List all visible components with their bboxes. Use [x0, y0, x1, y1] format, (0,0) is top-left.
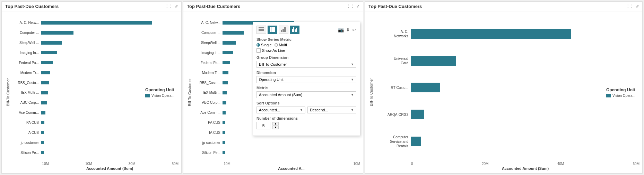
radio-single-label: Single [261, 43, 272, 47]
popup-btn-list[interactable] [268, 26, 277, 34]
sort-select-1[interactable]: Accounted... ▼ [256, 107, 305, 113]
show-as-line-checkbox[interactable]: Show As Line [256, 48, 356, 53]
sort-value-2: Descend... [310, 108, 328, 112]
bar-track-lg [411, 28, 639, 39]
popup-toolbar-left [256, 26, 299, 34]
group-dimension-section: Group Dimension Bill-To Customer ▼ [256, 55, 356, 68]
svg-rect-8 [284, 27, 286, 32]
bar-fill [223, 101, 226, 104]
download-icon[interactable]: ⬇ [346, 27, 350, 33]
expand-icon-3[interactable]: ⤢ [636, 4, 639, 9]
bar-fill [41, 81, 49, 84]
expand-icon-2[interactable]: ⤢ [356, 4, 359, 9]
bar-fill-lg [411, 83, 440, 92]
dimension-select[interactable]: Operating Unit ▼ [256, 76, 356, 83]
bar-row: Silicon Pe... [193, 150, 360, 155]
dots-icon-2[interactable]: ⋮⋮ [347, 4, 354, 9]
panel-3-icons: ⋮⋮ ⤢ [626, 4, 639, 9]
bar-row-lg: Computer Service and Rentals [375, 133, 639, 150]
expand-icon[interactable]: ⤢ [175, 4, 178, 9]
bar-fill [41, 111, 45, 114]
bar-label: Federal Pa... [11, 61, 41, 65]
show-series-label: Show Series Metric [256, 37, 356, 42]
bar-row: Computer ... [11, 30, 179, 36]
popup-btn-table[interactable] [256, 26, 266, 34]
bar-fill [223, 61, 230, 64]
legend-label-p3-0: Vision Opera... [612, 94, 635, 98]
radio-single[interactable]: Single [256, 43, 272, 47]
panel-2-x-axis-label: Accounted A... [193, 166, 360, 171]
dots-icon-3[interactable]: ⋮⋮ [626, 4, 634, 9]
bar-fill [223, 71, 228, 74]
bar-label: Ace Comm... [193, 111, 223, 114]
bar-label: RBS_Custo... [193, 81, 223, 85]
bar-fill [223, 41, 236, 45]
svg-rect-9 [292, 29, 293, 32]
stepper-down-btn[interactable]: ▼ [272, 126, 279, 129]
x-tick-2: 30M [129, 162, 135, 166]
bar-label: IEX Multi ... [11, 91, 41, 94]
svg-rect-3 [270, 27, 271, 32]
camera-icon[interactable]: 📷 [338, 27, 344, 33]
bar-track-lg [411, 82, 639, 93]
panel-1-legend-title: Operating Unit [145, 88, 174, 92]
bar-label: Imaging In... [11, 51, 41, 55]
panel-1-icons: ⋮⋮ ⤢ [165, 4, 178, 9]
bar-track [41, 50, 179, 55]
popup-btn-bar[interactable] [279, 26, 288, 34]
panel-3-title: Top Past-Due Customers [368, 4, 422, 9]
bar-label: Modern Tr... [11, 71, 41, 75]
panel-3-header: Top Past-Due Customers ⋮⋮ ⤢ [365, 2, 642, 11]
show-series-section: Show Series Metric Single Multi Show As … [256, 37, 356, 53]
bar-track [223, 150, 360, 155]
popup-btn-grouped[interactable] [290, 26, 299, 34]
x-tick-p3-2: 40M [557, 162, 564, 166]
bar-track [41, 150, 179, 155]
panel-1-legend: Operating Unit Vision Opera... [145, 88, 174, 98]
sort-select-2[interactable]: Descend... ▼ [307, 107, 356, 113]
bar-row-lg: Universal Card [375, 52, 639, 70]
dots-icon[interactable]: ⋮⋮ [165, 4, 173, 9]
sort-arrow-2: ▼ [351, 108, 354, 112]
panel-1-title: Top Past-Due Customers [5, 4, 59, 9]
bar-label-lg: Computer Service and Rentals [375, 135, 411, 148]
bar-fill [41, 91, 48, 94]
bar-fill [223, 81, 228, 84]
bar-fill-lg [411, 110, 424, 119]
svg-rect-6 [281, 30, 282, 32]
legend-label-0: Vision Opera... [151, 94, 174, 98]
bar-row: Modern Tr... [11, 70, 179, 75]
metric-select[interactable]: Accounted Amount (Sum) ▼ [256, 91, 356, 98]
bar-fill [41, 71, 50, 74]
x-tick-1: 10M [85, 162, 92, 166]
sort-arrow-1: ▼ [300, 108, 303, 112]
stepper-up-btn[interactable]: ▲ [272, 122, 279, 126]
panel-1-y-axis-label: Bill-To Customer [5, 14, 11, 171]
bar-label: Computer ... [193, 31, 223, 35]
panel-3-legend-item-0: Vision Opera... [606, 94, 635, 98]
group-dimension-select[interactable]: Bill-To Customer ▼ [256, 61, 356, 68]
bar-label: Silicon Pe... [193, 151, 223, 155]
radio-multi[interactable]: Multi [275, 43, 287, 47]
bar-label-lg: A. C. Networks [375, 29, 411, 38]
show-as-line-label: Show As Line [262, 48, 285, 53]
num-dimensions-label: Number of dimensions [256, 116, 356, 120]
panel-1-header: Top Past-Due Customers ⋮⋮ ⤢ [2, 2, 181, 11]
bar-row: ABC Corp... [11, 100, 179, 105]
num-dimensions-section: Number of dimensions 5 ▲ ▼ [256, 116, 356, 129]
bar-row: IA CUS [11, 130, 179, 135]
x-tick-p3-0: 0 [411, 162, 413, 166]
panel-2-header: Top Past-Due Customers ⋮⋮ ⤢ [183, 2, 363, 11]
bar-row: Imaging In... [11, 50, 179, 55]
bar-fill [223, 121, 225, 124]
bar-fill [223, 151, 225, 154]
dimensions-stepper-value[interactable]: 5 [256, 122, 270, 129]
bar-row-lg: RT-Custo... [375, 79, 639, 96]
undo-icon[interactable]: ↩ [352, 27, 356, 33]
legend-swatch-0 [145, 94, 150, 97]
svg-rect-0 [259, 27, 264, 28]
panel-3-legend-title: Operating Unit [606, 88, 635, 92]
bar-track [223, 140, 360, 145]
bar-row: Ace Comm... [11, 110, 179, 116]
metric-arrow: ▼ [351, 93, 354, 96]
